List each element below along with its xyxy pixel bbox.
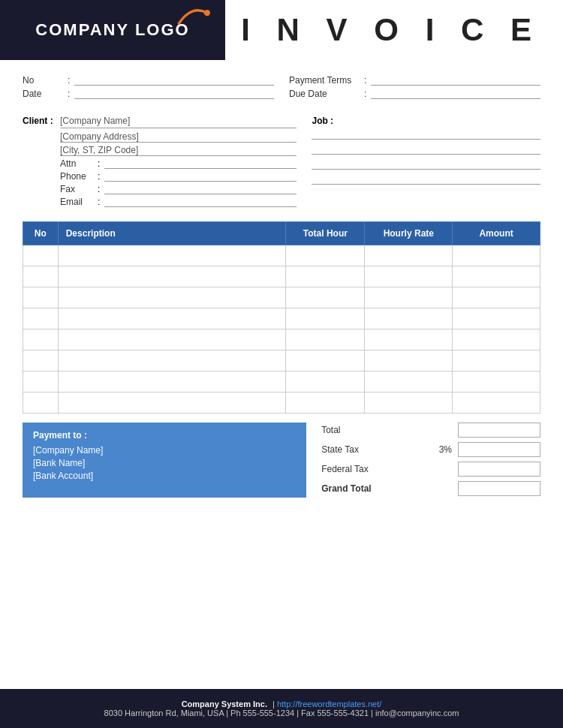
phone-label: Phone — [60, 171, 98, 182]
table-row[interactable] — [23, 308, 540, 329]
cell-rate[interactable] — [365, 266, 453, 287]
table-row[interactable] — [23, 287, 540, 308]
table-row[interactable] — [23, 245, 540, 266]
client-email-row: Email : — [60, 197, 297, 207]
cell-description[interactable] — [58, 266, 286, 287]
date-colon: : — [68, 89, 70, 99]
cell-no[interactable] — [23, 308, 59, 329]
cell-rate[interactable] — [365, 308, 453, 329]
cell-hours[interactable] — [286, 393, 365, 414]
cell-no[interactable] — [23, 266, 59, 287]
client-address-row: [Company Address] — [60, 131, 297, 143]
payment-terms-input-line[interactable] — [371, 75, 540, 86]
table-row[interactable] — [23, 266, 540, 287]
svg-point-0 — [204, 10, 210, 16]
cell-amount[interactable] — [453, 393, 540, 414]
cell-description[interactable] — [58, 287, 286, 308]
client-job-section: Client : [Company Name] [Company Address… — [0, 110, 563, 221]
state-tax-row: State Tax 3% — [321, 442, 540, 457]
cell-amount[interactable] — [453, 308, 540, 329]
phone-input-line[interactable] — [104, 171, 297, 182]
client-address-field[interactable]: [Company Address] — [60, 131, 297, 143]
table-row[interactable] — [23, 372, 540, 393]
attn-input-line[interactable] — [104, 158, 297, 169]
cell-hours[interactable] — [286, 245, 365, 266]
date-input-line[interactable] — [74, 89, 274, 99]
cell-no[interactable] — [23, 350, 59, 372]
client-city-row: [City, ST, ZIP Code] — [60, 145, 297, 156]
cell-no[interactable] — [23, 287, 59, 308]
cell-no[interactable] — [23, 329, 59, 350]
cell-rate[interactable] — [365, 372, 453, 393]
company-logo-text: COMPANY LOGO — [35, 20, 189, 40]
fax-colon: : — [98, 184, 100, 194]
job-line-1[interactable] — [312, 129, 540, 140]
grand-total-value-box[interactable] — [458, 481, 540, 496]
fax-input-line[interactable] — [104, 184, 297, 194]
footer-line-1: Company System Inc. | http://freewordtem… — [15, 699, 548, 708]
job-line-3[interactable] — [312, 159, 540, 170]
cell-description[interactable] — [58, 329, 286, 350]
cell-hours[interactable] — [286, 329, 365, 350]
footer-phone: Ph 555-555-1234 — [230, 708, 294, 717]
job-line-4[interactable] — [312, 174, 540, 185]
date-duedate-row: Date : Due Date : — [23, 89, 540, 99]
email-label: Email — [60, 197, 98, 207]
no-colon: : — [68, 75, 70, 86]
cell-rate[interactable] — [365, 393, 453, 414]
cell-rate[interactable] — [365, 245, 453, 266]
invoice-title: I N V O I C E — [241, 12, 540, 48]
cell-amount[interactable] — [453, 329, 540, 350]
no-label: No — [23, 75, 68, 86]
cell-description[interactable] — [58, 372, 286, 393]
cell-description[interactable] — [58, 245, 286, 266]
cell-rate[interactable] — [365, 350, 453, 372]
client-city-field[interactable]: [City, ST, ZIP Code] — [60, 145, 297, 156]
job-line-2[interactable] — [312, 144, 540, 155]
cell-hours[interactable] — [286, 266, 365, 287]
cell-description[interactable] — [58, 350, 286, 372]
cell-no[interactable] — [23, 245, 59, 266]
grand-total-label: Grand Total — [321, 483, 458, 494]
email-colon: : — [98, 197, 100, 207]
table-row[interactable] — [23, 329, 540, 350]
phone-colon: : — [98, 171, 100, 182]
cell-description[interactable] — [58, 308, 286, 329]
total-value-box[interactable] — [458, 423, 540, 438]
no-input-line[interactable] — [74, 75, 274, 86]
cell-amount[interactable] — [453, 372, 540, 393]
due-date-colon: : — [364, 89, 366, 99]
due-date-input-line[interactable] — [371, 89, 540, 99]
cell-no[interactable] — [23, 393, 59, 414]
cell-hours[interactable] — [286, 372, 365, 393]
col-header-total-hour: Total Hour — [286, 222, 365, 245]
table-row[interactable] — [23, 393, 540, 414]
cell-amount[interactable] — [453, 266, 540, 287]
cell-amount[interactable] — [453, 287, 540, 308]
date-label: Date — [23, 89, 68, 99]
state-tax-label: State Tax — [321, 444, 438, 455]
cell-no[interactable] — [23, 372, 59, 393]
cell-amount[interactable] — [453, 245, 540, 266]
attn-colon: : — [98, 158, 100, 169]
client-company-name[interactable]: [Company Name] — [60, 116, 297, 128]
due-date-group: Due Date : — [289, 89, 540, 99]
state-tax-value-box[interactable] — [458, 442, 540, 457]
cell-hours[interactable] — [286, 350, 365, 372]
cell-hours[interactable] — [286, 287, 365, 308]
table-row[interactable] — [23, 350, 540, 372]
col-header-description: Description — [58, 222, 286, 245]
footer: Company System Inc. | http://freewordtem… — [0, 689, 563, 728]
federal-tax-value-box[interactable] — [458, 462, 540, 477]
client-block: Client : [Company Name] [Company Address… — [23, 116, 297, 209]
client-attn-row: Attn : — [60, 158, 297, 169]
cell-description[interactable] — [58, 393, 286, 414]
cell-amount[interactable] — [453, 350, 540, 372]
cell-hours[interactable] — [286, 308, 365, 329]
footer-website[interactable]: http://freewordtemplates.net/ — [277, 699, 381, 708]
cell-rate[interactable] — [365, 329, 453, 350]
cell-rate[interactable] — [365, 287, 453, 308]
email-input-line[interactable] — [104, 197, 297, 207]
footer-fax: Fax 555-555-4321 — [301, 708, 369, 717]
invoice-table: No Description Total Hour Hourly Rate Am… — [23, 221, 540, 414]
